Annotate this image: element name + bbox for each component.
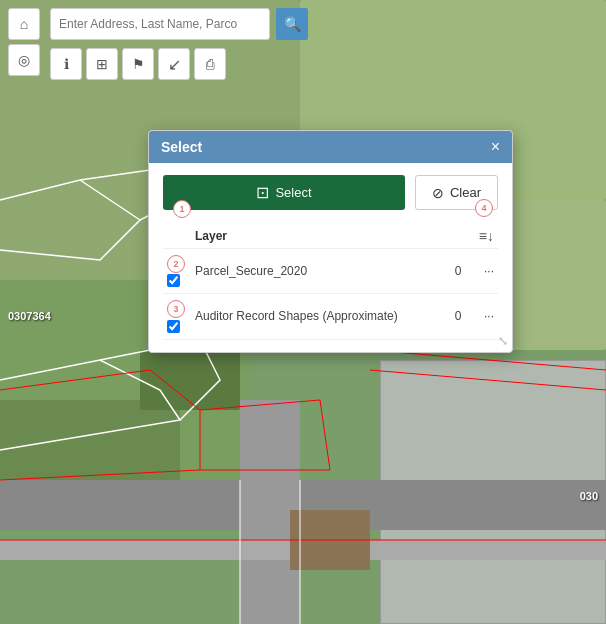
layer-1-count: 0 [446,249,470,294]
top-bar: 🔍 [50,8,308,40]
badge-1: 1 [173,200,191,218]
cursor-button[interactable]: ↙ [158,48,190,80]
layer-header-filter-col[interactable]: ≡↓ [470,224,498,249]
modal-clear-button[interactable]: ⊘ Clear 4 [415,175,498,210]
search-button[interactable]: 🔍 [276,8,308,40]
layer-2-checkbox[interactable] [167,320,180,333]
badge-3: 3 [167,300,185,318]
layer-2-count: 0 [446,294,470,339]
layer-header-count-col [446,224,470,249]
resize-handle[interactable]: ⤡ [498,334,508,348]
search-icon: 🔍 [284,16,301,32]
layer-1-dots[interactable]: ··· [470,249,498,294]
select-modal: Select × ⊡ Select 1 ⊘ Clear 4 [148,130,513,353]
layer-table: Layer ≡↓ 2 Par [163,224,498,340]
modal-title: Select [161,139,202,155]
modal-close-button[interactable]: × [491,139,500,155]
print-icon: ⎙ [206,56,214,72]
layer-1-checkbox-cell: 2 [163,249,191,294]
layer-row-2: 3 Auditor Record Shapes (Approximate) 0 … [163,294,498,339]
layer-1-name: Parcel_Secure_2020 [191,249,446,294]
modal-select-button[interactable]: ⊡ Select 1 [163,175,405,210]
filter-icon[interactable]: ≡↓ [479,228,494,244]
layer-2-checkbox-cell: 3 [163,294,191,339]
layer-header-name-col: Layer [191,224,446,249]
layers-icon: ⊞ [96,56,108,72]
modal-actions: ⊡ Select 1 ⊘ Clear 4 [163,175,498,210]
select-button-label: Select [275,185,311,200]
select-cursor-icon: ⊡ [256,183,269,202]
locate-button[interactable]: ◎ [8,44,40,76]
badge-2: 2 [167,255,185,273]
layer-2-name-text: Auditor Record Shapes (Approximate) [195,309,398,323]
modal-header: Select × [149,131,512,163]
cursor-icon: ↙ [168,55,181,74]
search-input[interactable] [59,17,239,31]
select-tool-button[interactable]: ⚑ [122,48,154,80]
toolbar: ℹ ⊞ ⚑ ↙ ⎙ [50,48,226,80]
clear-icon: ⊘ [432,185,444,201]
map-label-parcel: 0307364 [8,310,51,322]
left-buttons: ⌂ ◎ [8,8,40,76]
layer-header-checkbox-col [163,224,191,249]
layer-2-dots[interactable]: ··· [470,294,498,339]
map-label-030: 030 [580,490,598,502]
locate-icon: ◎ [18,52,30,68]
info-button[interactable]: ℹ [50,48,82,80]
badge-4: 4 [475,199,493,217]
modal-body: ⊡ Select 1 ⊘ Clear 4 Layer [149,163,512,352]
layer-row-1: 2 Parcel_Secure_2020 0 ··· [163,249,498,294]
home-button[interactable]: ⌂ [8,8,40,40]
home-icon: ⌂ [20,16,28,32]
print-button[interactable]: ⎙ [194,48,226,80]
layers-button[interactable]: ⊞ [86,48,118,80]
search-box [50,8,270,40]
clear-button-label: Clear [450,185,481,200]
layer-1-name-text: Parcel_Secure_2020 [195,264,307,278]
select-tool-icon: ⚑ [132,56,145,72]
layer-1-checkbox[interactable] [167,274,180,287]
info-icon: ℹ [64,56,69,72]
layer-2-name: Auditor Record Shapes (Approximate) [191,294,446,339]
